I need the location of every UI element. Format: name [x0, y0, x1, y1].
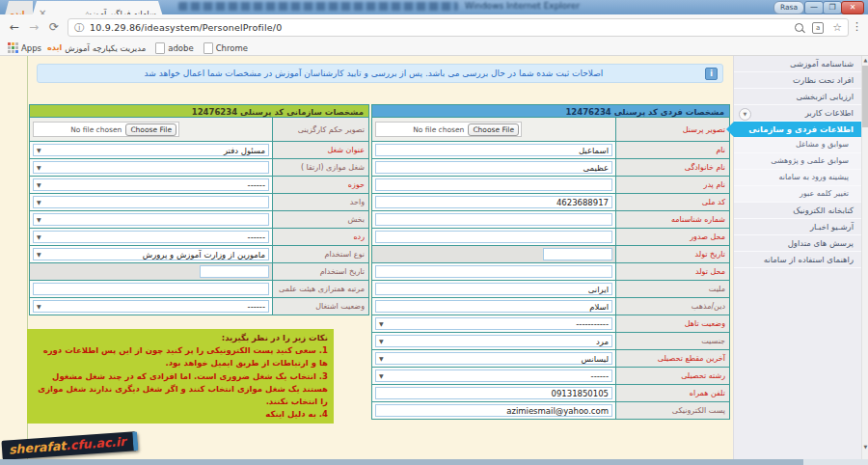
- field-label: شغل موازی (ارتقا ): [272, 159, 368, 176]
- select-field[interactable]: ------▼: [33, 178, 269, 191]
- text-input[interactable]: اسماعیل: [375, 144, 612, 156]
- select-value: -----------: [384, 319, 609, 329]
- field-label: تلفن همراه: [615, 385, 729, 401]
- page-icon: [203, 42, 213, 54]
- review-notice-bar: i اصلاحات ثبت شده شما در حال بررسی می با…: [37, 64, 723, 83]
- field-cell: No file chosenChoose File: [30, 118, 272, 141]
- chevron-down-icon: ▼: [37, 181, 41, 188]
- text-input[interactable]: [375, 265, 612, 278]
- file-status-text: No file chosen: [70, 125, 122, 134]
- horizontal-scroll-thumb[interactable]: [0, 459, 803, 465]
- date-input[interactable]: [200, 265, 269, 278]
- select-field[interactable]: ------▼: [33, 300, 269, 313]
- field-label: تصویر پرسنل: [615, 118, 729, 141]
- select-field[interactable]: ▼: [33, 196, 269, 208]
- select-field[interactable]: -----------▼: [375, 317, 612, 330]
- text-input[interactable]: عظیمی: [375, 161, 612, 174]
- field-cell: اسلام: [372, 298, 615, 315]
- sidebar-item[interactable]: افراد تحت نظارت: [734, 72, 862, 89]
- text-input[interactable]: [33, 283, 269, 295]
- scroll-up-icon[interactable]: ▲: [862, 56, 868, 65]
- date-input[interactable]: [543, 248, 612, 260]
- sidebar-item[interactable]: آرشـیو اخبـار: [734, 219, 862, 235]
- sidebar-item[interactable]: کتابخانه الکترونیک: [734, 203, 862, 219]
- select-field[interactable]: لیسانس▼: [375, 352, 612, 365]
- vertical-scrollbar[interactable]: ▲ ▼: [861, 56, 868, 459]
- site-logo-icon: ایده: [47, 43, 62, 52]
- field-label: نام خانوادگی: [615, 159, 729, 176]
- url-text[interactable]: 10.9.29.86/ideasystem/PersonelProfile/0: [90, 22, 795, 33]
- rasa-button[interactable]: Rasa: [773, 1, 804, 14]
- text-input[interactable]: 4623688917: [375, 196, 612, 208]
- info-icon: i: [705, 68, 718, 80]
- text-input[interactable]: 09131850105: [375, 387, 612, 399]
- address-bar[interactable]: ⓘ 10.9.29.86/ideasystem/PersonelProfile/…: [68, 18, 849, 37]
- page-info-icon[interactable]: ⓘ: [74, 21, 84, 35]
- field-cell: 4623688917: [372, 194, 615, 210]
- text-input[interactable]: [375, 178, 612, 191]
- expand-toggle-icon[interactable]: ▼: [739, 108, 751, 121]
- form-row: رده------▼: [29, 228, 369, 246]
- field-cell: [372, 263, 615, 280]
- reload-button[interactable]: ⟳: [49, 19, 59, 35]
- sidebar-item[interactable]: پیشینه ورود به سامانه: [734, 170, 862, 186]
- bookmark-item[interactable]: adobe: [155, 42, 193, 54]
- field-cell: ------▼: [372, 368, 615, 384]
- bookmark-item[interactable]: Chrome: [203, 42, 248, 54]
- file-upload-widget[interactable]: No file chosenChoose File: [33, 122, 179, 137]
- bookmark-label: مدیریت یکپارچه آموزش: [65, 43, 146, 53]
- form-row: محل تولد: [371, 262, 730, 281]
- select-field[interactable]: ------▼: [33, 231, 269, 243]
- choose-file-button[interactable]: Choose File: [125, 123, 176, 136]
- form-row: تلفن همراه09131850105: [371, 384, 730, 402]
- select-value: مسئول دفتر: [41, 146, 265, 155]
- choose-file-button[interactable]: Choose File: [468, 123, 519, 136]
- sidebar-item[interactable]: سوابق و مشاغل: [734, 137, 862, 153]
- sidebar-item[interactable]: ارزیابی اثربخشی: [734, 89, 862, 105]
- text-input[interactable]: ایرانی: [375, 283, 612, 295]
- field-label: تاریخ تولد: [615, 246, 729, 262]
- sidebar-item[interactable]: شناسنامه آموزشی: [734, 56, 862, 72]
- minimize-button[interactable]: —: [804, 1, 824, 14]
- translate-icon[interactable]: a: [812, 22, 824, 34]
- close-button[interactable]: ✕: [841, 1, 864, 14]
- select-field[interactable]: ▼: [33, 213, 269, 226]
- notice-text: اصلاحات ثبت شده شما در حال بررسی می باشد…: [42, 68, 705, 78]
- field-cell: ------▼: [30, 298, 272, 315]
- chrome-menu-icon[interactable]: ⋮: [852, 20, 862, 33]
- maximize-button[interactable]: ❐: [823, 1, 842, 14]
- field-label: شماره شناسنامه: [615, 211, 729, 228]
- search-icon[interactable]: [795, 23, 803, 32]
- text-input[interactable]: [375, 213, 612, 226]
- sidebar-item[interactable]: پرسش های متداول: [734, 235, 862, 252]
- bookmark-star-icon[interactable]: ☆: [832, 21, 842, 34]
- scroll-down-icon[interactable]: ▼: [862, 443, 868, 451]
- select-field[interactable]: مرد▼: [375, 335, 612, 347]
- select-field[interactable]: مسئول دفتر▼: [33, 144, 269, 156]
- horizontal-scrollbar[interactable]: [0, 459, 868, 465]
- field-cell: ایرانی: [372, 281, 615, 297]
- sidebar-item[interactable]: اطلاعات کاربر▼: [734, 105, 862, 122]
- forward-button[interactable]: →: [29, 19, 39, 35]
- sidebar-item[interactable]: تغییر کلمه عبور: [734, 186, 862, 203]
- select-field[interactable]: ▼: [33, 161, 269, 174]
- select-field[interactable]: مامورین از وزارت آموزش و پرورش▼: [33, 248, 269, 260]
- text-input[interactable]: [375, 231, 612, 243]
- note-line: 1. سعی کنید پست الکترونیکی را پر کنید چو…: [33, 344, 328, 369]
- form-row: نوع استخداممامورین از وزارت آموزش و پرور…: [29, 245, 369, 263]
- text-input[interactable]: اسلام: [375, 300, 612, 313]
- field-label: حوزه: [272, 177, 368, 193]
- bookmark-item[interactable]: ایدهمدیریت یکپارچه آموزش: [47, 43, 146, 53]
- vertical-scroll-thumb[interactable]: [862, 66, 868, 127]
- field-label: کد ملی: [615, 194, 729, 210]
- back-button[interactable]: ←: [10, 19, 19, 35]
- sidebar-item[interactable]: اطلاعات فردی و سازمانی: [726, 122, 862, 137]
- text-input[interactable]: azimiesmail@yahoo.com: [375, 404, 612, 417]
- sidebar-item[interactable]: راهنمای استفاده از سامانه: [734, 252, 862, 268]
- apps-shortcut[interactable]: Apps: [8, 42, 41, 53]
- sidebar-item[interactable]: سوابق علمی و پژوهشی: [734, 153, 862, 170]
- file-upload-widget[interactable]: No file chosenChoose File: [375, 122, 522, 137]
- bookmark-label: adobe: [168, 43, 193, 53]
- select-field[interactable]: ------▼: [375, 369, 612, 382]
- field-cell: -----------▼: [372, 315, 615, 332]
